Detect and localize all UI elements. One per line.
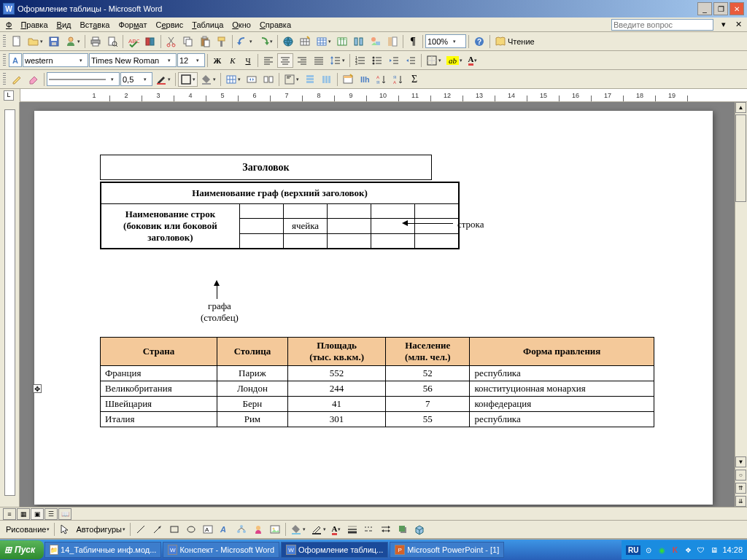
menu-close-doc[interactable]: ✕ xyxy=(731,18,746,32)
open-button[interactable]: ▾ xyxy=(26,34,45,49)
menu-dropdown[interactable]: ▾ xyxy=(716,18,731,32)
select-objects-button[interactable] xyxy=(57,522,73,537)
normal-view-button[interactable]: ≡ xyxy=(3,508,16,520)
document-page[interactable]: Заголовок Наименование граф (верхний заг… xyxy=(34,111,713,505)
insert-worksheet-button[interactable] xyxy=(334,34,350,49)
schema-cell[interactable] xyxy=(239,204,283,219)
menu-insert[interactable]: Вставка xyxy=(75,19,114,31)
columns-button[interactable] xyxy=(351,34,367,49)
formatting-marks-button[interactable]: ¶ xyxy=(406,34,420,49)
vertical-ruler[interactable] xyxy=(0,102,20,507)
toolbar-grip[interactable] xyxy=(3,35,6,48)
align-right-button[interactable] xyxy=(294,53,310,68)
sort-asc-button[interactable]: АЯ xyxy=(374,72,390,87)
clock[interactable]: 14:28 xyxy=(722,545,743,554)
rectangle-button[interactable] xyxy=(166,522,182,537)
arrow-button[interactable] xyxy=(150,522,166,537)
schema-cell[interactable] xyxy=(283,204,327,219)
highlight-button[interactable]: ab▾ xyxy=(444,53,465,68)
align-justify-button[interactable] xyxy=(311,53,327,68)
menu-window[interactable]: Окно xyxy=(228,19,255,31)
schema-cell[interactable] xyxy=(328,204,371,219)
web-view-button[interactable]: ▦ xyxy=(17,508,30,520)
format-painter-button[interactable] xyxy=(214,34,230,49)
drawing-button[interactable] xyxy=(368,34,384,49)
drawing-menu-button[interactable]: Рисование▾ xyxy=(4,522,52,537)
next-page-button[interactable]: ⇊ xyxy=(735,496,746,507)
table-row[interactable]: ВеликобританияЛондон24456конституционная… xyxy=(101,381,654,396)
font-color-button-2[interactable]: А▾ xyxy=(329,522,344,537)
schema-cell[interactable] xyxy=(371,204,415,219)
header-area[interactable]: Площадь(тыс. кв.км.) xyxy=(287,337,385,365)
tray-icon[interactable]: K xyxy=(670,545,680,555)
save-button[interactable] xyxy=(46,34,62,49)
font-combo[interactable]: Times New Roman▾ xyxy=(89,53,177,67)
hyperlink-button[interactable] xyxy=(280,34,296,49)
split-cells-button[interactable] xyxy=(260,72,276,87)
line-style-combo[interactable]: ▾ xyxy=(47,72,120,86)
language-indicator[interactable]: RU xyxy=(626,545,640,555)
italic-button[interactable]: К xyxy=(225,53,240,68)
spellcheck-button[interactable]: ABC xyxy=(125,34,142,49)
menu-tools[interactable]: Сервис xyxy=(151,19,187,31)
line-weight-combo[interactable]: 0,5▾ xyxy=(120,72,152,86)
schema-top-header[interactable]: Наименование граф (верхний заголовок) xyxy=(101,182,459,204)
schema-cell[interactable] xyxy=(415,234,459,249)
outside-border-button[interactable]: ▾ xyxy=(178,72,198,87)
schema-cell[interactable] xyxy=(371,219,415,234)
header-population[interactable]: Население(млн. чел.) xyxy=(386,337,470,365)
cut-button[interactable] xyxy=(163,34,179,49)
schema-cell[interactable] xyxy=(328,234,371,249)
eraser-button[interactable] xyxy=(26,72,42,87)
schema-cell[interactable] xyxy=(371,234,415,249)
numbered-list-button[interactable]: 123 xyxy=(352,53,368,68)
border-color-button[interactable]: ▾ xyxy=(153,72,173,87)
zoom-combo[interactable]: 100%▾ xyxy=(425,34,466,48)
merge-cells-button[interactable] xyxy=(244,72,260,87)
countries-table[interactable]: Страна Столица Площадь(тыс. кв.км.) Насе… xyxy=(100,337,654,427)
align-left-button[interactable] xyxy=(260,53,276,68)
schema-cell[interactable] xyxy=(415,219,459,234)
menu-format[interactable]: Формат xyxy=(114,19,151,31)
align-center-button[interactable] xyxy=(277,53,293,68)
textbox-button[interactable]: A xyxy=(200,522,216,537)
scroll-down-button[interactable]: ▼ xyxy=(735,456,746,467)
diagram-button[interactable] xyxy=(233,522,249,537)
tray-icon[interactable]: ◉ xyxy=(657,545,667,555)
3d-button[interactable] xyxy=(411,522,427,537)
wordart-button[interactable]: A xyxy=(217,522,233,537)
increase-indent-button[interactable] xyxy=(403,53,419,68)
oval-button[interactable] xyxy=(183,522,199,537)
outline-view-button[interactable]: ☰ xyxy=(44,508,58,520)
doc-map-button[interactable] xyxy=(384,34,400,49)
arrow-style-button[interactable] xyxy=(378,522,394,537)
header-government[interactable]: Форма правления xyxy=(470,337,654,365)
redo-button[interactable]: ▾ xyxy=(255,34,275,49)
style-combo[interactable]: western▾ xyxy=(23,53,88,67)
menu-edit[interactable]: Правка xyxy=(16,19,52,31)
header-capital[interactable]: Столица xyxy=(217,337,287,365)
taskbar-item-word2[interactable]: WОформление таблиц... xyxy=(281,542,388,558)
line-spacing-button[interactable]: ▾ xyxy=(328,53,347,68)
toolbar-grip[interactable] xyxy=(3,54,6,67)
print-button[interactable] xyxy=(88,34,104,49)
bulleted-list-button[interactable] xyxy=(369,53,385,68)
shadow-button[interactable] xyxy=(395,522,411,537)
reading-view-button[interactable]: 📖 xyxy=(58,508,71,520)
reading-layout-button[interactable]: Чтение xyxy=(492,34,537,49)
table-row[interactable]: ИталияРим30155республика xyxy=(101,411,654,427)
tray-icon[interactable]: ⊙ xyxy=(643,545,654,555)
table-row[interactable]: ШвейцарияБерн417конфедерация xyxy=(101,396,654,411)
autoformat-button[interactable] xyxy=(340,72,356,87)
table-row[interactable]: ФранцияПариж55252республика xyxy=(101,365,654,381)
toolbar-grip[interactable] xyxy=(3,73,6,86)
schema-cell[interactable] xyxy=(239,219,283,234)
line-color-button[interactable]: ▾ xyxy=(309,522,328,537)
print-preview-button[interactable] xyxy=(104,34,120,49)
taskbar-item-word1[interactable]: WКонспект - Microsoft Word xyxy=(163,542,279,558)
distribute-cols-button[interactable] xyxy=(319,72,335,87)
page-viewport[interactable]: Заголовок Наименование граф (верхний заг… xyxy=(20,102,735,507)
minimize-button[interactable]: _ xyxy=(697,2,712,15)
tab-selector[interactable]: L xyxy=(4,90,14,101)
insert-picture-button[interactable] xyxy=(267,522,283,537)
